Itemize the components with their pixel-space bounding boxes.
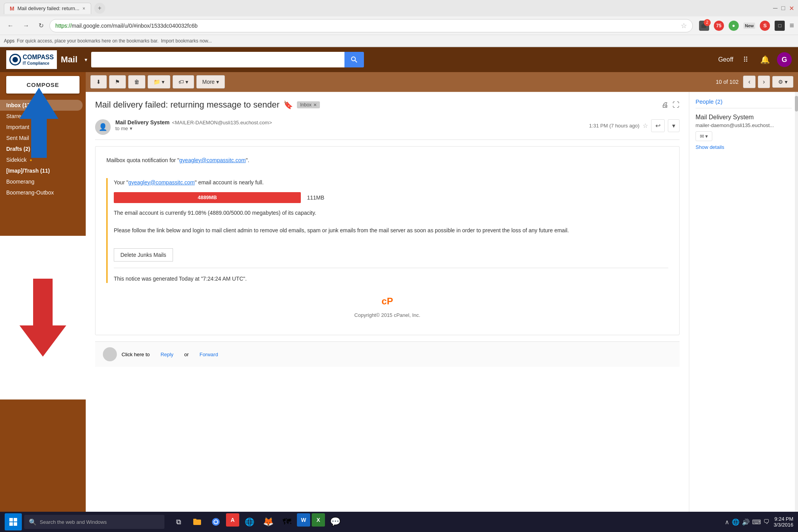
file-explorer-button[interactable]: [189, 513, 206, 530]
firefox-button[interactable]: 🦊: [260, 513, 277, 530]
acrobat-button[interactable]: A: [226, 513, 239, 527]
bookmark-icon[interactable]: 🔖: [283, 100, 293, 110]
settings-button[interactable]: ⚙ ▾: [772, 76, 793, 88]
archive-button[interactable]: ⬇: [90, 75, 107, 88]
quota-used-label: 4889MB: [198, 194, 217, 202]
volume-icon[interactable]: 🔊: [742, 518, 750, 526]
svg-rect-9: [193, 519, 196, 520]
chrome-button[interactable]: [207, 513, 224, 530]
delete-junks-button[interactable]: Delete Junks Mails: [114, 248, 173, 262]
svg-point-0: [351, 57, 355, 61]
svg-line-1: [355, 60, 357, 62]
reply-area[interactable]: Click here to Reply or Forward: [95, 341, 680, 367]
imap-trash-label: [Imap]/Trash (11): [6, 168, 50, 174]
word-button[interactable]: W: [297, 513, 310, 527]
apps-grid-button[interactable]: ⠿: [738, 52, 753, 67]
keyboard-icon[interactable]: ⌨: [752, 518, 761, 526]
refresh-button[interactable]: ↻: [35, 19, 47, 32]
next-page-button[interactable]: ›: [758, 76, 770, 88]
app5-button[interactable]: 🌐: [241, 513, 258, 530]
inbox-tag-label: Inbox: [300, 102, 311, 108]
header-right: Geoff ⠿ 🔔 G: [718, 52, 792, 67]
apps-label[interactable]: Apps: [4, 38, 14, 44]
close-button[interactable]: ✕: [789, 5, 794, 12]
new-tab-button[interactable]: +: [94, 3, 105, 14]
divider: [114, 268, 668, 268]
browser-tab[interactable]: M Mail delivery failed: return... ×: [4, 3, 91, 14]
app10-button[interactable]: 💬: [327, 513, 344, 530]
app7-button[interactable]: 🗺: [278, 513, 295, 530]
star-icon[interactable]: ☆: [681, 21, 687, 30]
start-button[interactable]: [5, 513, 22, 530]
mail-dropdown-arrow[interactable]: ▾: [85, 57, 87, 63]
show-details-link[interactable]: Show details: [696, 144, 792, 150]
more-button[interactable]: More ▾: [196, 75, 225, 88]
chevron-up-icon[interactable]: ∧: [725, 518, 729, 526]
bookmarks-message: For quick access, place your bookmarks h…: [17, 38, 159, 44]
email-toolbar: ⬇ ⚑ 🗑 📁 ▾ 🏷 ▾ More ▾ 10 of 102 ‹ › ⚙ ▾: [86, 72, 798, 92]
sender-email: <MAILER-DAEMON@usli135.euchost.com>: [172, 120, 272, 125]
https-indicator: https://: [55, 23, 72, 29]
delete-button[interactable]: 🗑: [128, 75, 145, 88]
sidebar: COMPOSE Inbox (17) Starred Important S: [0, 72, 86, 532]
back-button[interactable]: ←: [4, 20, 17, 32]
expand-button[interactable]: ⛶: [673, 101, 680, 109]
reply-quick-button[interactable]: ↩: [651, 119, 665, 132]
print-button[interactable]: 🖨: [662, 101, 669, 109]
forward-button[interactable]: →: [19, 20, 33, 32]
sidebar-item-boomerang[interactable]: Boomerang: [0, 176, 83, 187]
quota-notification-box: Your "gyeagley@compassitc.com" email acc…: [106, 178, 668, 283]
import-bookmarks-link[interactable]: Import bookmarks now...: [161, 38, 212, 44]
task-view-button[interactable]: ⧉: [170, 513, 187, 530]
minimize-button[interactable]: ─: [773, 5, 777, 12]
sidebar-item-imap-trash[interactable]: [Imap]/Trash (11): [0, 165, 83, 176]
maximize-button[interactable]: □: [781, 5, 785, 12]
contact-actions: ✉ ▾: [696, 131, 792, 141]
forward-link[interactable]: Forward: [200, 352, 218, 357]
notifications-taskbar-icon[interactable]: 🗨: [763, 518, 770, 525]
email-link-2[interactable]: gyeagley@compassitc.com: [128, 179, 195, 186]
user-avatar[interactable]: G: [777, 52, 792, 67]
scrollbar-track[interactable]: [795, 92, 798, 532]
to-dropdown-icon[interactable]: ▾: [130, 125, 132, 131]
prev-page-button[interactable]: ‹: [743, 76, 755, 88]
people-panel-title: People (2): [696, 98, 792, 108]
title-bar: M Mail delivery failed: return... × + ─ …: [0, 0, 798, 16]
email-contact-button[interactable]: ✉ ▾: [696, 131, 712, 141]
search-input[interactable]: [91, 52, 344, 67]
email-body-content: Mailbox quota notification for "gyeagley…: [95, 147, 679, 335]
taskbar-search-label: Search the web and Windows: [40, 519, 107, 525]
star-email-button[interactable]: ☆: [643, 122, 648, 129]
label-button[interactable]: 🏷 ▾: [173, 75, 194, 88]
account-full-text: Your "gyeagley@compassitc.com" email acc…: [114, 178, 668, 187]
network-icon[interactable]: 🌐: [732, 518, 740, 526]
excel-button[interactable]: X: [312, 513, 325, 527]
extension-4[interactable]: S: [760, 21, 770, 31]
more-email-actions-button[interactable]: ▾: [668, 119, 680, 132]
search-button[interactable]: [344, 52, 364, 67]
tab-close-button[interactable]: ×: [83, 6, 85, 11]
address-bar[interactable]: https:// mail.google.com/mail/u/0/#inbox…: [49, 19, 693, 32]
extension-3[interactable]: ●: [729, 21, 739, 31]
capacity-text: The email account is currently 91.08% (4…: [114, 209, 668, 217]
quota-bar-container: 4889MB 111MB: [114, 192, 668, 203]
email-view: Mail delivery failed: returning message …: [86, 92, 798, 532]
email-link-1[interactable]: gyeagley@compassitc.com: [179, 157, 246, 163]
extension-2[interactable]: 75: [714, 21, 724, 31]
scrollbar-thumb[interactable]: [795, 96, 798, 111]
red-arrow-annotation: [0, 236, 86, 399]
report-spam-button[interactable]: ⚑: [109, 75, 126, 88]
taskbar-search[interactable]: 🔍 Search the web and Windows: [24, 515, 164, 529]
extension-1[interactable]: ⬛ 2: [699, 21, 709, 31]
extension-5[interactable]: □: [775, 21, 785, 31]
move-to-button[interactable]: 📁 ▾: [148, 75, 170, 88]
remove-tag-button[interactable]: ✕: [313, 103, 317, 108]
sidebar-item-boomerang-outbox[interactable]: Boomerang-Outbox: [0, 187, 83, 198]
taskbar-clock[interactable]: 9:24 PM 3/3/2016: [773, 516, 793, 528]
quota-remaining-label: 111MB: [307, 193, 324, 202]
reply-link[interactable]: Reply: [161, 352, 173, 357]
notifications-button[interactable]: 🔔: [757, 52, 772, 67]
svg-rect-5: [14, 518, 17, 521]
browser-menu-button[interactable]: ≡: [789, 21, 794, 30]
taskbar-icons: ⧉ A 🌐 🦊 🗺 W X 💬: [170, 513, 344, 530]
